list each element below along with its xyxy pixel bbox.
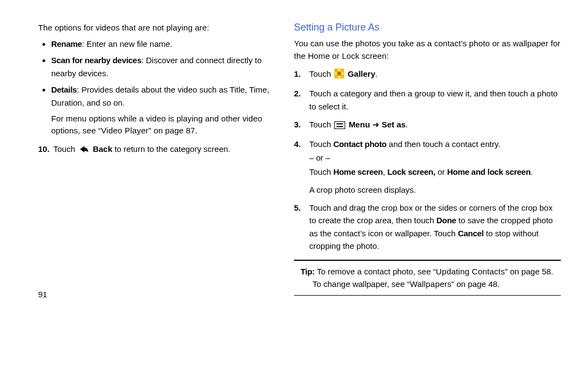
options-list: Rename: Enter an new file name. Scan for… — [38, 38, 272, 109]
step4-line3: Touch Home screen, Lock screen, or Home … — [309, 166, 561, 178]
left-column: The options for videos that are not play… — [38, 22, 289, 298]
svg-point-3 — [338, 76, 340, 77]
svg-rect-6 — [334, 121, 345, 129]
xref-video-player: “Video Player” — [98, 126, 151, 135]
step-1: 1. Touch Gallery. — [294, 68, 561, 82]
page-number: 91 — [38, 290, 47, 299]
xref-wallpapers: “Wallpapers” — [407, 279, 454, 289]
svg-point-5 — [342, 72, 344, 75]
svg-point-4 — [335, 72, 337, 75]
gallery-icon — [334, 69, 344, 82]
section-heading: Setting a Picture As — [294, 22, 561, 33]
step-2: 2. Touch a category and then a group to … — [294, 87, 561, 113]
svg-point-2 — [338, 69, 340, 71]
tip-block: Tip: To remove a contact photo, see “Upd… — [294, 265, 561, 291]
back-icon — [78, 144, 89, 157]
step-10: 10. Touch Back to return to the category… — [38, 143, 272, 157]
option-scan: Scan for nearby devices: Discover and co… — [51, 54, 272, 80]
svg-point-1 — [338, 72, 341, 76]
right-column: Setting a Picture As You can use the pho… — [289, 22, 561, 298]
left-menu-hint: For menu options while a video is playin… — [38, 113, 272, 137]
divider-top — [294, 260, 561, 261]
right-intro: You can use the photos you take as a con… — [294, 38, 561, 62]
option-rename: Rename: Enter an new file name. — [51, 38, 272, 51]
left-intro: The options for videos that are not play… — [38, 22, 272, 34]
xref-updating-contacts: “Updating Contacts” — [433, 267, 507, 276]
step-4: 4. Touch Contact photo and then touch a … — [294, 138, 561, 196]
step-5: 5. Touch and drag the crop box or the si… — [294, 201, 561, 252]
step-3: 3. Touch Menu ➜ Set as. — [294, 118, 561, 132]
manual-page: The options for videos that are not play… — [0, 0, 588, 309]
step4-or: – or – — [309, 151, 561, 164]
option-details: Details: Provides details about the vide… — [51, 83, 272, 109]
step4-line1: Touch Contact photo and then touch a con… — [309, 138, 561, 150]
step4-crop: A crop photo screen displays. — [309, 183, 561, 196]
divider-bottom — [294, 295, 561, 296]
menu-icon — [334, 120, 345, 132]
